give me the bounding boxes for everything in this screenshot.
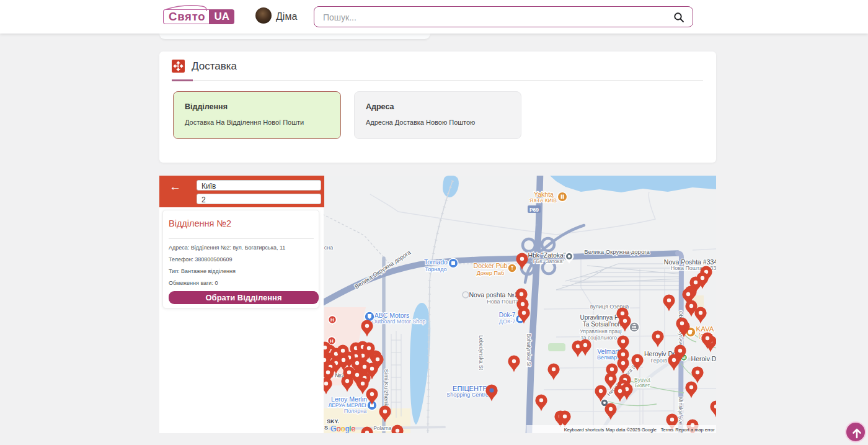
svg-text:Велика Окружна дорога: Велика Окружна дорога — [584, 248, 650, 255]
svg-text:Report a map error: Report a map error — [675, 427, 715, 433]
svg-text:Ta Sotsialʼnoh: Ta Sotsialʼnoh — [583, 321, 621, 328]
svg-text:ГБК "Затока": ГБК "Затока" — [533, 258, 564, 264]
svg-text:Nova poshta №2: Nova poshta №2 — [469, 291, 518, 299]
svg-text:Велмарт: Велмарт — [597, 354, 619, 361]
svg-text:ДОК-7: ДОК-7 — [499, 318, 515, 325]
svg-text:Map data ©2025 Google: Map data ©2025 Google — [606, 427, 657, 433]
svg-text:Outboard Motor Shop: Outboard Motor Shop — [372, 318, 426, 325]
svg-text:Управління праці: Управління праці — [580, 328, 622, 335]
svg-text:H: H — [330, 338, 334, 344]
svg-text:Google: Google — [330, 425, 355, 433]
svg-text:Heroiv D: Heroiv D — [691, 355, 716, 362]
svg-text:сна: сна — [324, 245, 333, 251]
svg-text:P69: P69 — [529, 207, 539, 213]
svg-text:Tornado: Tornado — [424, 258, 448, 266]
svg-text:Нова Пошта: Нова Пошта — [487, 299, 518, 305]
svg-text:Bohatyrska St: Bohatyrska St — [526, 334, 532, 367]
svg-text:Terms: Terms — [661, 427, 674, 433]
svg-text:Keyboard shortcuts: Keyboard shortcuts — [564, 427, 604, 433]
svg-text:Shopping Centre: Shopping Centre — [446, 392, 489, 398]
svg-text:Торнадо: Торнадо — [425, 266, 446, 272]
svg-text:Docker Pub: Docker Pub — [474, 262, 508, 269]
svg-text:Полярна: Полярна — [344, 408, 366, 414]
svg-text:Simi Kulzhenkiv: Simi Kulzhenkiv — [383, 369, 390, 410]
svg-text:Докер Паб: Докер Паб — [477, 270, 504, 276]
svg-text:SKY.: SKY. — [327, 418, 339, 425]
svg-text:Lebedynska St: Lebedynska St — [478, 335, 484, 371]
svg-text:ЯХТА КИЇВ: ЯХТА КИЇВ — [529, 197, 557, 204]
svg-text:Бювет: Бювет — [635, 382, 650, 389]
svg-text:H: H — [330, 317, 334, 323]
svg-text:S: S — [324, 425, 328, 431]
svg-text:Minskyi Ave: Minskyi Ave — [678, 397, 684, 425]
svg-text:Dok-7: Dok-7 — [499, 312, 516, 318]
